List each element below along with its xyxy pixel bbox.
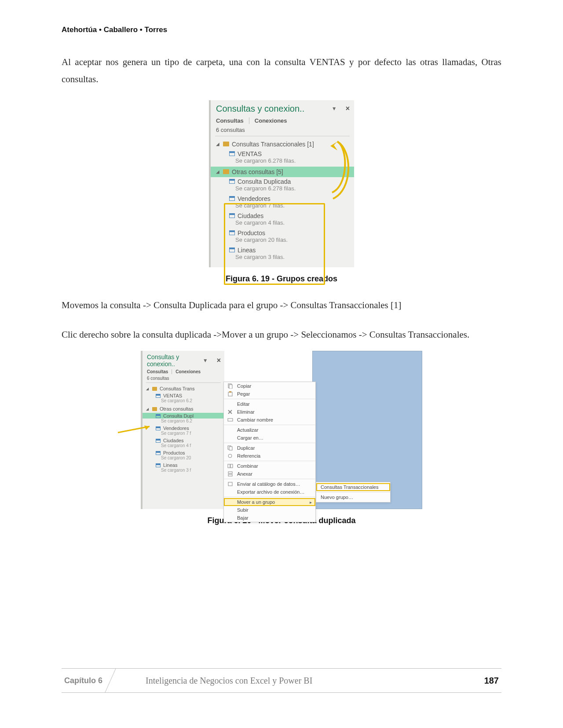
query-productos[interactable]: Productos (143, 450, 224, 455)
menu-label: Eliminar (237, 409, 255, 415)
query-name: Consulta Duplicada (238, 178, 291, 185)
menu-subir[interactable]: Subir (224, 506, 315, 514)
query-lineas[interactable]: Lineas (143, 462, 224, 468)
folder-icon (223, 142, 229, 146)
menu-label: Anexar (237, 471, 252, 477)
menu-cambiar-nombre[interactable]: Cambiar nombre (224, 416, 315, 424)
menu-label: Exportar archivo de conexión… (237, 489, 304, 495)
tab-conexiones[interactable]: Conexiones (175, 369, 201, 374)
query-name: Vendedores (163, 426, 189, 431)
table-icon (229, 196, 235, 201)
group-label: Otras consultas [5] (232, 168, 283, 175)
menu-mover-grupo[interactable]: Mover a un grupo▸ (224, 498, 315, 506)
menu-cargar-en[interactable]: Cargar en… (224, 434, 315, 442)
context-menu: Copiar Pegar Editar Eliminar Cambiar nom… (223, 382, 316, 522)
paste-icon (227, 391, 233, 397)
query-name: VENTAS (163, 393, 182, 398)
menu-label: Referencia (237, 453, 260, 459)
dropdown-icon[interactable]: ▼ (203, 357, 208, 364)
query-ventas[interactable]: VENTAS (143, 393, 224, 398)
query-duplicada[interactable]: Consulta Dupl (143, 413, 224, 419)
svg-rect-14 (228, 474, 232, 476)
menu-actualizar[interactable]: Actualizar (224, 426, 315, 434)
svg-rect-13 (228, 472, 232, 473)
svg-rect-7 (228, 419, 233, 421)
menu-copiar[interactable]: Copiar (224, 382, 315, 390)
query-count: 6 consultas (211, 127, 354, 136)
svg-rect-3 (228, 392, 232, 396)
copy-icon (227, 383, 233, 389)
query-status: Se cargaron 6.278 filas. (211, 157, 354, 167)
tab-consultas[interactable]: Consultas (147, 369, 168, 374)
menu-label: Cambiar nombre (237, 417, 273, 422)
duplicate-icon (227, 445, 233, 451)
tab-consultas[interactable]: Consultas (216, 117, 244, 124)
svg-rect-9 (229, 447, 232, 450)
queries-panel: Consultas y conexion.. ▼ × Consultas Con… (209, 100, 354, 267)
table-icon (229, 213, 235, 218)
menu-label: Enviar al catálogo de datos… (237, 481, 300, 487)
menu-duplicar[interactable]: Duplicar (224, 444, 315, 452)
figure-1-caption: Figura 6. 19 - Grupos creados (226, 274, 337, 284)
page-footer: Capítulo 6 Inteligencia de Negocios con … (62, 668, 501, 693)
table-icon (229, 151, 235, 156)
figure-2: Consultas y conexion.. ▼ × Consultas Con… (62, 351, 501, 525)
query-status: Se cargaron 6.2 (143, 398, 224, 405)
group-otras[interactable]: ◢Otras consultas (143, 405, 224, 413)
append-icon (227, 471, 233, 477)
menu-anexar[interactable]: Anexar (224, 470, 315, 478)
merge-icon (227, 463, 233, 469)
query-vendedores[interactable]: Vendedores (211, 194, 354, 202)
menu-referencia[interactable]: Referencia (224, 452, 315, 460)
query-ciudades[interactable]: Ciudades (143, 437, 224, 443)
query-name: Lineas (163, 462, 177, 468)
menu-bajar[interactable]: Bajar (224, 514, 315, 522)
query-duplicada[interactable]: Consulta Duplicada (211, 177, 354, 185)
submenu-nuevo-grupo[interactable]: Nuevo grupo… (316, 493, 390, 501)
folder-icon (223, 169, 229, 174)
group-transaccionales[interactable]: ◢Consultas Trans (143, 385, 224, 393)
paragraph-2: Movemos la consulta -> Consulta Duplicad… (62, 297, 501, 314)
query-name: Ciudades (163, 438, 183, 443)
close-icon[interactable]: × (346, 105, 350, 113)
chapter-label: Capítulo 6 (62, 676, 116, 685)
menu-label: Copiar (237, 383, 251, 389)
query-lineas[interactable]: Lineas (211, 246, 354, 254)
chevron-right-icon: ▸ (310, 500, 312, 505)
chevron-down-icon: ◢ (216, 142, 220, 146)
figure-1: Consultas y conexion.. ▼ × Consultas Con… (62, 100, 501, 284)
query-status: Se cargaron 4 filas. (211, 219, 354, 229)
group-otras[interactable]: ◢ Otras consultas [5] (211, 167, 354, 177)
table-icon (229, 248, 235, 252)
dropdown-icon[interactable]: ▼ (332, 106, 337, 112)
query-status: Se cargaron 6.2 (143, 419, 224, 425)
catalog-icon (227, 481, 233, 487)
query-ciudades[interactable]: Ciudades (211, 211, 354, 219)
query-name: VENTAS (238, 150, 262, 157)
query-name: Productos (238, 229, 265, 237)
panel-title: Consultas y conexion.. (216, 104, 328, 114)
table-icon (229, 179, 235, 184)
menu-pegar[interactable]: Pegar (224, 390, 315, 398)
query-status: Se cargaron 4 f (143, 443, 224, 450)
submenu-mover-grupo: Consultas Transaccionales Nuevo grupo… (316, 482, 391, 502)
menu-eliminar[interactable]: Eliminar (224, 408, 315, 416)
page-number: 187 (484, 676, 501, 686)
query-count: 6 consultas (143, 376, 224, 382)
menu-label: Mover a un grupo (237, 499, 275, 505)
menu-editar[interactable]: Editar (224, 400, 315, 408)
query-productos[interactable]: Productos (211, 229, 354, 237)
group-transaccionales[interactable]: ◢ Consultas Transaccionales [1] (211, 139, 354, 149)
menu-combinar[interactable]: Combinar (224, 462, 315, 470)
submenu-consultas-transaccionales[interactable]: Consultas Transaccionales (316, 483, 390, 491)
menu-enviar-catalogo[interactable]: Enviar al catálogo de datos… (224, 480, 315, 488)
menu-exportar-conexion[interactable]: Exportar archivo de conexión… (224, 488, 315, 496)
tab-conexiones[interactable]: Conexiones (255, 117, 287, 124)
group-label: Otras consultas (160, 406, 193, 411)
close-icon[interactable]: × (217, 357, 221, 364)
pointer-arrow-icon (117, 425, 157, 435)
rename-icon (227, 417, 233, 422)
query-ventas[interactable]: VENTAS (211, 149, 354, 157)
menu-label: Cargar en… (237, 435, 263, 440)
svg-rect-4 (229, 391, 231, 393)
